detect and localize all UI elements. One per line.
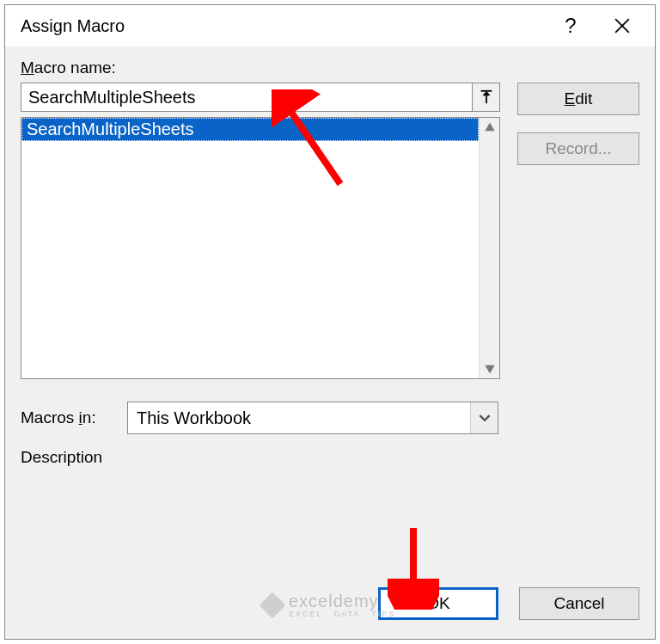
description-label: Description — [21, 448, 639, 467]
macro-name-label: Macro name: — [21, 58, 639, 77]
help-button[interactable]: ? — [545, 5, 596, 46]
svg-marker-6 — [485, 365, 494, 374]
macro-listbox[interactable]: SearchMultipleSheets — [21, 117, 500, 379]
ok-button[interactable]: OK — [378, 587, 498, 620]
watermark: exceldemy EXCEL · DATA · TIPS — [263, 592, 395, 618]
macros-in-label: Macros in: — [21, 408, 115, 427]
macro-name-input[interactable] — [21, 83, 473, 112]
reference-icon — [479, 89, 494, 105]
dialog-title: Assign Macro — [21, 16, 545, 36]
chevron-down-icon — [479, 412, 491, 424]
cancel-button[interactable]: Cancel — [519, 587, 639, 620]
listbox-scrollbar[interactable] — [479, 118, 499, 378]
combo-value: This Workbook — [137, 408, 470, 428]
assign-macro-dialog: Assign Macro ? Macro name: — [4, 4, 656, 640]
close-icon — [614, 18, 630, 34]
record-button[interactable]: Record... — [517, 132, 639, 165]
dialog-body: Macro name: SearchMultipleS — [5, 46, 655, 639]
title-bar: Assign Macro ? — [5, 5, 655, 46]
watermark-icon — [259, 592, 285, 618]
close-button[interactable] — [596, 5, 648, 46]
svg-marker-5 — [485, 122, 494, 131]
macros-in-combo[interactable]: This Workbook — [127, 402, 498, 434]
scroll-down-icon — [484, 363, 496, 375]
list-item[interactable]: SearchMultipleSheets — [21, 118, 479, 141]
collapse-ref-button[interactable] — [473, 83, 500, 112]
combo-dropdown-button[interactable] — [470, 402, 498, 433]
dialog-footer: OK Cancel — [378, 587, 639, 620]
scroll-up-icon — [484, 121, 496, 133]
edit-button[interactable]: Edit — [517, 83, 639, 115]
